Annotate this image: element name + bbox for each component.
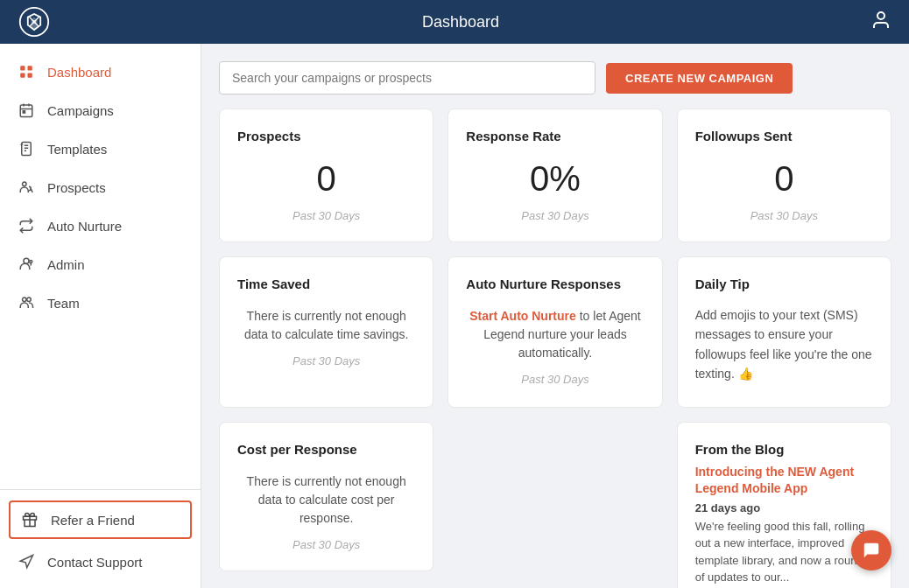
megaphone-icon xyxy=(18,553,35,570)
sidebar-label-contact-support: Contact Support xyxy=(47,555,142,570)
prospects-subtitle: Past 30 Days xyxy=(237,209,415,222)
sidebar-label-admin: Admin xyxy=(47,257,85,272)
svg-point-20 xyxy=(30,261,32,263)
sidebar-label-campaigns: Campaigns xyxy=(47,103,114,118)
main-content: CREATE NEW CAMPAIGN Prospects 0 Past 30 … xyxy=(201,44,909,588)
response-rate-subtitle: Past 30 Days xyxy=(466,209,644,222)
daily-tip-title: Daily Tip xyxy=(695,276,873,291)
followups-value: 0 xyxy=(695,150,873,202)
auto-nurture-icon xyxy=(18,217,35,234)
svg-rect-9 xyxy=(20,105,32,117)
sidebar-label-auto-nurture: Auto Nurture xyxy=(47,219,122,234)
response-rate-title: Response Rate xyxy=(466,129,644,144)
sidebar: Dashboard Campaigns xyxy=(0,44,201,588)
blog-post-1-excerpt: We're feeling good this fall, rolling ou… xyxy=(695,518,873,586)
calendar-icon xyxy=(18,102,35,119)
response-rate-value: 0% xyxy=(466,150,644,202)
admin-icon xyxy=(18,256,35,273)
sidebar-item-contact-support[interactable]: Contact Support xyxy=(0,542,201,581)
time-saved-body: There is currently not enough data to ca… xyxy=(237,298,415,347)
sidebar-item-team[interactable]: Team xyxy=(0,284,201,322)
sidebar-nav: Dashboard Campaigns xyxy=(0,44,201,489)
followups-card: Followups Sent 0 Past 30 Days xyxy=(677,108,891,242)
sidebar-label-team: Team xyxy=(47,296,80,311)
auto-nurture-body: Start Auto Nurture to let Agent Legend n… xyxy=(466,298,644,366)
sidebar-label-refer: Refer a Friend xyxy=(51,513,135,528)
sidebar-item-refer[interactable]: Refer a Friend xyxy=(9,500,192,539)
blog-post-1-title[interactable]: Introducing the NEW Agent Legend Mobile … xyxy=(695,464,873,498)
toolbar: CREATE NEW CAMPAIGN xyxy=(219,61,891,94)
followups-title: Followups Sent xyxy=(695,129,873,144)
cost-per-response-card: Cost per Response There is currently not… xyxy=(219,422,433,571)
sidebar-label-prospects: Prospects xyxy=(47,180,106,195)
daily-tip-card: Daily Tip Add emojis to your text (SMS) … xyxy=(677,256,891,408)
svg-point-18 xyxy=(23,182,27,186)
chat-bubble[interactable] xyxy=(851,530,891,570)
blog-post-1: Introducing the NEW Agent Legend Mobile … xyxy=(695,464,873,586)
sidebar-item-prospects[interactable]: Prospects xyxy=(0,168,201,206)
svg-rect-8 xyxy=(28,74,32,78)
search-input[interactable] xyxy=(219,61,595,94)
logo xyxy=(18,5,51,38)
auto-nurture-responses-title: Auto Nurture Responses xyxy=(466,276,644,291)
grid-icon xyxy=(18,63,35,80)
sidebar-bottom: Refer a Friend Contact Support xyxy=(0,489,201,588)
svg-point-23 xyxy=(27,298,32,302)
followups-subtitle: Past 30 Days xyxy=(695,209,873,222)
svg-point-19 xyxy=(24,258,29,263)
second-row: Time Saved There is currently not enough… xyxy=(219,256,891,588)
auto-nurture-responses-card: Auto Nurture Responses Start Auto Nurtur… xyxy=(447,256,662,408)
blog-title: From the Blog xyxy=(695,442,873,457)
auto-nurture-subtitle: Past 30 Days xyxy=(466,373,644,386)
sidebar-item-templates[interactable]: Templates xyxy=(0,130,201,168)
auto-nurture-link[interactable]: Start Auto Nurture xyxy=(469,309,576,323)
prospects-icon xyxy=(18,178,35,196)
response-rate-card: Response Rate 0% Past 30 Days xyxy=(447,108,662,242)
cost-per-response-title: Cost per Response xyxy=(237,442,415,457)
cost-per-response-body: There is currently not enough data to ca… xyxy=(237,464,415,531)
svg-point-4 xyxy=(877,12,884,19)
time-saved-card: Time Saved There is currently not enough… xyxy=(219,256,433,408)
team-icon xyxy=(18,294,35,312)
sidebar-item-campaigns[interactable]: Campaigns xyxy=(0,91,201,130)
svg-rect-5 xyxy=(20,66,25,70)
stats-row: Prospects 0 Past 30 Days Response Rate 0… xyxy=(219,108,891,242)
sidebar-item-auto-nurture[interactable]: Auto Nurture xyxy=(0,206,201,245)
svg-rect-13 xyxy=(23,111,25,113)
app-header: Dashboard xyxy=(0,0,909,44)
blog-post-1-date: 21 days ago xyxy=(695,501,873,514)
sidebar-label-templates: Templates xyxy=(47,142,107,157)
sidebar-label-dashboard: Dashboard xyxy=(47,65,111,80)
gift-icon xyxy=(21,511,39,528)
time-saved-subtitle: Past 30 Days xyxy=(237,354,415,368)
templates-icon xyxy=(18,140,35,158)
user-profile-icon[interactable] xyxy=(870,10,891,34)
page-title: Dashboard xyxy=(422,13,499,32)
prospects-card-title: Prospects xyxy=(237,129,415,144)
svg-point-22 xyxy=(23,298,27,302)
sidebar-item-admin[interactable]: Admin xyxy=(0,245,201,284)
time-saved-title: Time Saved xyxy=(237,276,415,291)
daily-tip-body: Add emojis to your text (SMS) messages t… xyxy=(695,298,873,388)
svg-rect-6 xyxy=(28,66,32,70)
svg-rect-7 xyxy=(20,74,25,78)
sidebar-item-dashboard[interactable]: Dashboard xyxy=(0,52,201,91)
prospects-card: Prospects 0 Past 30 Days xyxy=(219,108,433,242)
create-campaign-button[interactable]: CREATE NEW CAMPAIGN xyxy=(606,63,793,94)
cost-per-response-subtitle: Past 30 Days xyxy=(237,538,415,551)
prospects-value: 0 xyxy=(237,150,415,202)
